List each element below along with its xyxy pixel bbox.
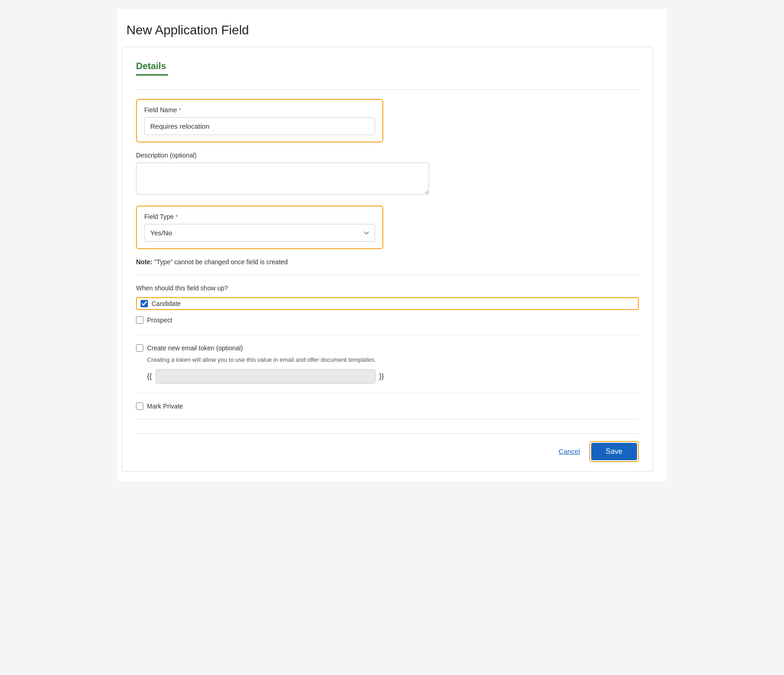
field-name-label: Field Name * xyxy=(144,106,375,114)
form-card: Details Field Name * Description (option… xyxy=(122,47,653,472)
prospect-checkbox-item[interactable]: Prospect xyxy=(136,315,639,326)
description-label: Description (optional) xyxy=(136,152,429,159)
mark-private-section: Mark Private xyxy=(136,403,639,410)
email-token-section: Create new email token (optional) Creati… xyxy=(136,344,639,384)
show-up-question: When should this field show up? xyxy=(136,284,639,292)
required-star: * xyxy=(179,107,181,114)
email-token-label: Create new email token (optional) xyxy=(147,344,243,352)
cancel-button[interactable]: Cancel xyxy=(559,447,580,455)
prospect-label: Prospect xyxy=(147,316,172,324)
email-token-checkbox[interactable] xyxy=(136,344,143,352)
divider-5 xyxy=(136,419,639,419)
candidate-checkbox[interactable] xyxy=(141,300,148,307)
field-type-label: Field Type * xyxy=(144,213,375,220)
footer-actions: Cancel Save xyxy=(136,433,639,462)
mark-private-checkbox[interactable] xyxy=(136,403,143,410)
show-up-checkboxes: Candidate Prospect xyxy=(136,297,639,326)
mark-private-label: Mark Private xyxy=(147,403,183,410)
save-button[interactable]: Save xyxy=(591,443,637,460)
description-group: Description (optional) xyxy=(136,152,429,196)
email-token-header: Create new email token (optional) xyxy=(136,344,639,352)
note-text: Note: "Type" cannot be changed once fiel… xyxy=(136,258,639,266)
prospect-checkbox[interactable] xyxy=(136,316,143,324)
section-heading: Details xyxy=(136,61,639,71)
divider-1 xyxy=(136,89,639,90)
description-textarea[interactable] xyxy=(136,163,429,195)
page-title: New Application Field xyxy=(122,23,653,38)
token-input-field[interactable] xyxy=(156,369,376,384)
required-star-type: * xyxy=(175,213,178,220)
field-type-select[interactable]: Yes/No Text Number Date Multiple Select … xyxy=(144,224,375,242)
token-input-row: {{ }} xyxy=(147,369,639,384)
field-type-group: Field Type * Yes/No Text Number Date Mul… xyxy=(136,206,383,249)
email-token-description: Creating a token will allow you to use t… xyxy=(147,355,639,365)
field-name-group: Field Name * xyxy=(136,99,383,142)
divider-3 xyxy=(136,335,639,335)
divider-2 xyxy=(136,275,639,275)
divider-4 xyxy=(136,393,639,393)
close-brace: }} xyxy=(379,372,384,381)
section-underline xyxy=(136,74,168,76)
candidate-label: Candidate xyxy=(152,300,181,307)
save-button-wrapper: Save xyxy=(589,441,639,462)
open-brace: {{ xyxy=(147,372,152,381)
field-name-input[interactable] xyxy=(144,117,375,135)
candidate-checkbox-item[interactable]: Candidate xyxy=(136,297,639,310)
